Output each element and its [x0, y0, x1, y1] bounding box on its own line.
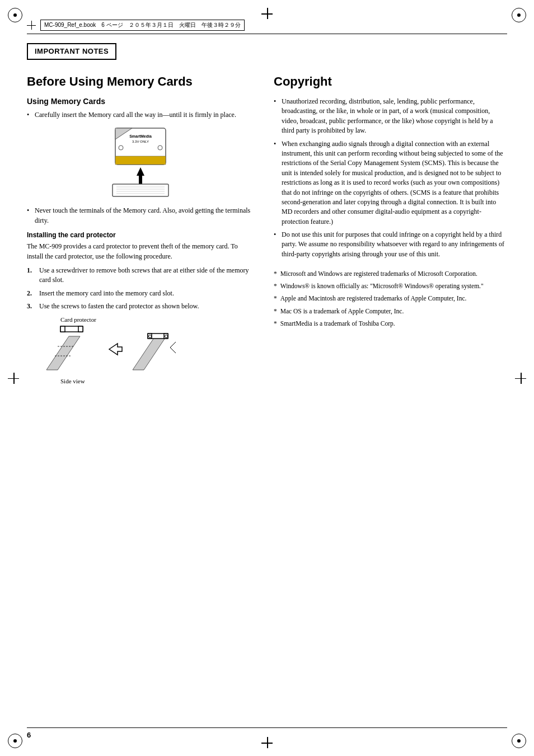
- left-card-svg: [44, 325, 100, 375]
- file-info-header: MC-909_Ref_e.book 6 ページ ２０５年３月１日 火曜日 午後３…: [27, 20, 507, 31]
- svg-rect-16: [78, 326, 83, 332]
- arrow-svg: [106, 339, 123, 361]
- copyright-bullet-2: When exchanging audio signals through a …: [274, 139, 507, 227]
- svg-rect-15: [60, 326, 65, 332]
- page-number: 6: [27, 731, 31, 739]
- header-crosshair: [27, 21, 36, 30]
- smartmedia-svg: SmartMedia 3.3V ONLY: [104, 125, 177, 198]
- trademark-item-1: * Microsoft and Windows are registered t…: [274, 269, 507, 278]
- smart-media-card-image: SmartMedia 3.3V ONLY: [27, 125, 254, 198]
- file-info-text: MC-909_Ref_e.book 6 ページ ２０５年３月１日 火曜日 午後３…: [40, 20, 245, 31]
- copyright-title: Copyright: [274, 74, 507, 89]
- right-column: Copyright Unauthorized recording, distri…: [267, 72, 507, 387]
- bullet-item-1: Carefully insert the Memory card all the…: [27, 110, 254, 120]
- reg-mark-bl: [8, 734, 22, 748]
- svg-rect-4: [115, 156, 166, 165]
- edge-crosshair-bottom: [261, 737, 273, 748]
- svg-line-27: [170, 342, 176, 348]
- edge-crosshair-right: [515, 373, 526, 384]
- reg-mark-br: [512, 734, 526, 748]
- card-protector-label: Card protector: [60, 316, 96, 323]
- svg-marker-21: [133, 336, 166, 370]
- installation-steps: 1. Use a screwdriver to remove both scre…: [27, 266, 254, 312]
- svg-marker-20: [109, 344, 122, 355]
- diagram-row: [44, 325, 180, 375]
- svg-line-28: [170, 348, 176, 353]
- installing-intro: The MC-909 provides a card protector to …: [27, 242, 254, 261]
- step-2: 2. Insert the memory card into the memor…: [27, 289, 254, 298]
- copyright-bullet-3: Do not use this unit for purposes that c…: [274, 230, 507, 259]
- svg-marker-7: [137, 167, 144, 176]
- page-content: IMPORTANT NOTES Before Using Memory Card…: [27, 36, 507, 725]
- reg-mark-tr: [512, 8, 526, 22]
- svg-rect-9: [113, 184, 168, 196]
- right-card-svg: [130, 325, 180, 375]
- edge-crosshair-left: [8, 373, 19, 384]
- top-rule: [27, 34, 507, 34]
- svg-marker-17: [46, 336, 80, 370]
- side-view-label: Side view: [60, 378, 85, 384]
- reg-mark-tl: [8, 8, 22, 22]
- svg-text:3.3V ONLY: 3.3V ONLY: [132, 140, 149, 143]
- installing-card-protector-title: Installing the card protector: [27, 231, 254, 239]
- edge-crosshair-top: [261, 8, 273, 19]
- trademark-item-5: * SmartMedia is a trademark of Toshiba C…: [274, 319, 507, 328]
- copyright-bullets: Unauthorized recording, distribution, sa…: [274, 97, 507, 259]
- svg-rect-8: [139, 176, 142, 184]
- never-touch-bullets: Never touch the terminals of the Memory …: [27, 206, 254, 226]
- trademark-item-2: * Windows® is known officially as: "Micr…: [274, 281, 507, 290]
- copyright-bullet-1: Unauthorized recording, distribution, sa…: [274, 97, 507, 136]
- important-notes-box: IMPORTANT NOTES: [27, 43, 116, 60]
- step-3: 3. Use the screws to fasten the card pro…: [27, 302, 254, 311]
- step-1: 1. Use a screwdriver to remove both scre…: [27, 266, 254, 285]
- left-main-title: Before Using Memory Cards: [27, 74, 254, 89]
- bullet-item-2: Never touch the terminals of the Memory …: [27, 206, 254, 226]
- trademark-item-3: * Apple and Macintosh are registered tra…: [274, 294, 507, 303]
- svg-text:SmartMedia: SmartMedia: [129, 134, 152, 138]
- bottom-rule: [27, 727, 507, 729]
- using-memory-cards-bullets: Carefully insert the Memory card all the…: [27, 110, 254, 120]
- two-column-layout: Before Using Memory Cards Using Memory C…: [27, 72, 507, 387]
- trademark-item-4: * Mac OS is a trademark of Apple Compute…: [274, 307, 507, 316]
- card-protector-diagram: Card protector: [44, 316, 254, 384]
- trademark-section: * Microsoft and Windows are registered t…: [274, 269, 507, 327]
- using-memory-cards-title: Using Memory Cards: [27, 97, 254, 106]
- important-notes-label: IMPORTANT NOTES: [35, 47, 109, 55]
- left-column: Before Using Memory Cards Using Memory C…: [27, 72, 267, 387]
